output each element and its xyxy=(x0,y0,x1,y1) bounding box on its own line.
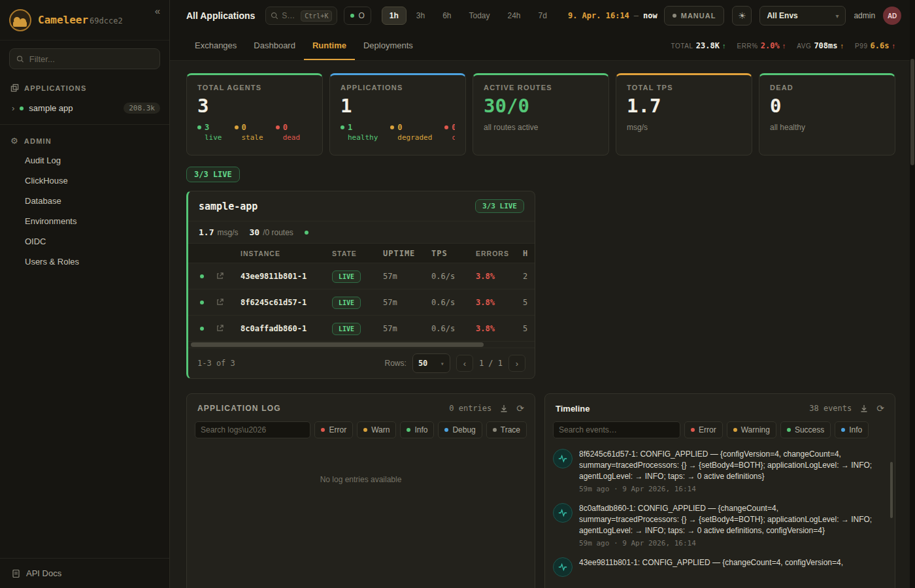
log-entries-count: 0 entries xyxy=(449,404,491,413)
timeline-search[interactable] xyxy=(553,421,680,438)
global-search[interactable]: Ctrl+K xyxy=(265,7,337,25)
time-range-1h[interactable]: 1h xyxy=(382,7,407,25)
tab-runtime[interactable]: Runtime xyxy=(304,31,355,60)
tab-exchanges[interactable]: Exchanges xyxy=(186,31,245,60)
substat-value: 1 xyxy=(348,123,352,132)
log-empty-state: No log entries available xyxy=(187,475,535,484)
document-icon xyxy=(12,569,20,578)
time-range-24h[interactable]: 24h xyxy=(500,7,529,25)
timeline-event[interactable]: 43ee9811b801-1: CONFIG_APPLIED — {change… xyxy=(553,557,879,577)
sidebar-item-environments[interactable]: Environments xyxy=(0,211,169,231)
refresh-button[interactable]: ⟳ xyxy=(876,403,884,414)
stat-p99-label: P99 xyxy=(855,42,868,50)
filter-chip-warn[interactable]: Warn xyxy=(357,421,396,438)
filter-chip-success[interactable]: Success xyxy=(780,421,831,438)
app-title: Cameleer xyxy=(38,14,88,26)
chip-label: Trace xyxy=(501,425,520,434)
scrollbar-thumb[interactable] xyxy=(910,59,914,165)
filter-chip-info[interactable]: Info xyxy=(400,421,434,438)
table-row[interactable]: 8f6245c61d57-1 LIVE 57m 0.6/s 3.8% 5 xyxy=(188,289,535,315)
pagination-range: 1-3 of 3 xyxy=(197,359,235,368)
stat-p99: P99 6.6s ↑ xyxy=(855,41,895,50)
card-value: 30/0 xyxy=(484,95,598,117)
timeline-scrollbar[interactable] xyxy=(890,462,893,518)
time-range-3h[interactable]: 3h xyxy=(408,7,433,25)
warn-dot-icon xyxy=(363,428,367,432)
api-docs-link[interactable]: API Docs xyxy=(0,558,169,588)
instance-id[interactable]: 8f6245c61d57-1 xyxy=(241,298,332,307)
sidebar-item-oidc[interactable]: OIDC xyxy=(0,231,169,252)
avatar[interactable]: AD xyxy=(883,7,901,25)
info-dot-icon xyxy=(841,428,845,432)
sidebar-item-audit-log[interactable]: Audit Log xyxy=(0,150,169,171)
tab-dashboard[interactable]: Dashboard xyxy=(245,31,304,60)
timeline-search-input[interactable] xyxy=(559,425,674,434)
uptime-cell: 57m xyxy=(383,272,431,281)
heap-cell: 5 xyxy=(523,324,535,333)
substat-value: 0 xyxy=(397,123,402,132)
tab-deployments[interactable]: Deployments xyxy=(355,31,422,60)
sidebar-app-name: sample app xyxy=(29,103,73,113)
sidebar-collapse-button[interactable]: « xyxy=(155,5,160,16)
timeline-events-list: 8f6245c61d57-1: CONFIG_APPLIED — {config… xyxy=(545,445,895,577)
external-link-icon[interactable] xyxy=(216,324,241,333)
substat-value: 0 xyxy=(283,123,288,132)
gear-icon: ⚙ xyxy=(10,137,19,145)
col-tps: TPS xyxy=(431,249,476,258)
time-range-7d[interactable]: 7d xyxy=(531,7,555,25)
global-search-input[interactable] xyxy=(282,11,297,20)
sidebar-item-sample-app[interactable]: › sample app 208.3k xyxy=(0,97,169,119)
download-button[interactable] xyxy=(859,404,869,413)
filter-chip-info[interactable]: Info xyxy=(835,421,869,438)
instance-id[interactable]: 8c0affadb860-1 xyxy=(241,324,332,333)
chevron-right-icon[interactable]: › xyxy=(12,103,14,113)
stat-avg-value: 708ms xyxy=(814,41,837,50)
log-search-input[interactable] xyxy=(201,425,305,434)
dot-icon xyxy=(197,125,201,129)
card-subtitle: msg/s xyxy=(627,123,741,132)
timeline-event[interactable]: 8f6245c61d57-1: CONFIG_APPLIED — {config… xyxy=(553,449,879,493)
page-indicator: 1 / 1 xyxy=(479,359,503,368)
external-link-icon[interactable] xyxy=(216,298,241,306)
sidebar-item-users-roles[interactable]: Users & Roles xyxy=(0,252,169,272)
timeline-event[interactable]: 8c0affadb860-1: CONFIG_APPLIED — {change… xyxy=(553,503,879,547)
online-toggle[interactable]: O xyxy=(344,7,371,25)
tps-cell: 0.6/s xyxy=(431,272,476,281)
prev-page-button[interactable]: ‹ xyxy=(456,355,473,372)
stat-avg-label: AVG xyxy=(797,42,811,50)
next-page-button[interactable]: › xyxy=(508,355,525,372)
table-horizontal-scrollbar[interactable] xyxy=(188,341,535,348)
manual-refresh-button[interactable]: MANUAL xyxy=(664,6,725,25)
card-active-routes: ACTIVE ROUTES 30/0 all routes active xyxy=(473,73,609,155)
topbar: All Applications Ctrl+K O 1h 3h 6h Today… xyxy=(170,0,915,31)
summary-stats: TOTAL 23.8K ↑ ERR% 2.0% ↑ AVG 708ms ↑ P9… xyxy=(671,31,895,60)
rows-per-page-select[interactable]: 50 ▾ xyxy=(412,353,450,373)
sidebar-item-database[interactable]: Database xyxy=(0,191,169,211)
time-range-today[interactable]: Today xyxy=(461,7,497,25)
download-button[interactable] xyxy=(499,404,508,413)
instance-id[interactable]: 43ee9811b801-1 xyxy=(241,272,332,281)
col-heap: H xyxy=(523,249,535,258)
filter-chip-warning[interactable]: Warning xyxy=(727,421,776,438)
sidebar-item-clickhouse[interactable]: ClickHouse xyxy=(0,171,169,191)
card-value: 3 xyxy=(197,95,312,117)
filter-chip-error[interactable]: Error xyxy=(684,421,723,438)
col-instance: INSTANCE xyxy=(241,250,332,257)
sidebar-filter-input[interactable] xyxy=(29,54,153,64)
time-range-6h[interactable]: 6h xyxy=(435,7,459,25)
sidebar-filter[interactable] xyxy=(9,48,160,69)
tps-cell: 0.6/s xyxy=(431,324,476,333)
refresh-button[interactable]: ⟳ xyxy=(516,403,524,414)
environment-select[interactable]: All Envs ▾ xyxy=(759,6,846,25)
errors-cell: 3.8% xyxy=(476,324,523,333)
filter-chip-trace[interactable]: Trace xyxy=(486,421,527,438)
table-row[interactable]: 8c0affadb860-1 LIVE 57m 0.6/s 3.8% 5 xyxy=(188,315,535,341)
log-search[interactable] xyxy=(195,421,310,438)
scrollbar-thumb[interactable] xyxy=(191,342,484,347)
theme-toggle-button[interactable]: ☀ xyxy=(732,6,752,25)
window-scrollbar[interactable] xyxy=(910,0,915,588)
filter-chip-debug[interactable]: Debug xyxy=(438,421,482,438)
external-link-icon[interactable] xyxy=(216,272,241,280)
table-row[interactable]: 43ee9811b801-1 LIVE 57m 0.6/s 3.8% 2 xyxy=(188,263,535,289)
filter-chip-error[interactable]: Error xyxy=(314,421,353,438)
